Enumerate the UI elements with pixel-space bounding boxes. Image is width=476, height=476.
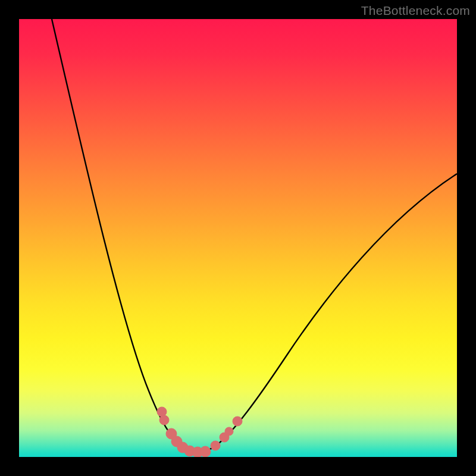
watermark-text: TheBottleneck.com	[361, 4, 470, 18]
marker-dot	[211, 441, 220, 450]
bottleneck-curve	[19, 19, 457, 457]
plot-area	[19, 19, 457, 457]
marker-dot	[157, 407, 167, 416]
curve-left	[52, 19, 198, 452]
marker-dot	[159, 415, 169, 425]
marker-group-left	[157, 407, 211, 457]
curve-right	[198, 174, 457, 452]
marker-group-right	[211, 416, 242, 450]
chart-frame: TheBottleneck.com	[0, 0, 476, 476]
marker-dot	[225, 427, 233, 436]
marker-dot	[200, 446, 211, 457]
marker-dot	[233, 416, 242, 426]
